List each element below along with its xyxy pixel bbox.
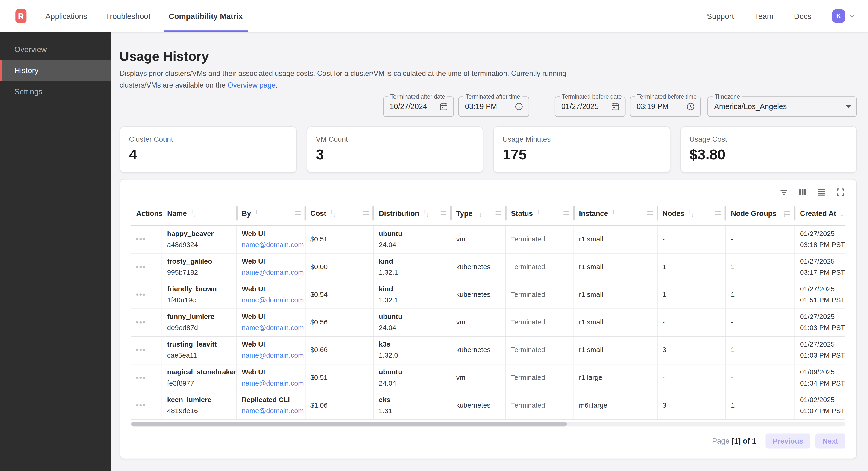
ellipsis-menu-icon[interactable] [136,294,161,295]
timezone-select[interactable]: Timezone America/Los_Angeles [707,96,857,117]
column-header-type[interactable]: Type ↑↓ [451,201,506,225]
ellipsis-menu-icon[interactable] [136,404,161,406]
status-badge: Terminated [511,235,574,243]
fullscreen-icon[interactable] [835,187,845,197]
created-by-email-link[interactable]: name@domain.com [242,241,305,248]
created-by-email-link[interactable]: name@domain.com [242,351,305,359]
created-by-email-link[interactable]: name@domain.com [242,324,305,332]
node-groups-value: - [731,374,795,382]
cell-actions [131,254,162,281]
density-icon[interactable] [817,187,827,197]
column-header-created-at[interactable]: Created At ↓ [795,201,845,225]
app-logo[interactable]: R [16,9,27,23]
column-resize-handle[interactable] [496,211,501,215]
cell-created-at: 01/27/2025 01:51 PM PST [795,281,845,308]
ellipsis-menu-icon[interactable] [136,266,161,268]
distribution-version: 24.04 [379,324,451,332]
account-menu[interactable]: K [832,9,856,23]
sidebar-item-overview[interactable]: Overview [0,39,111,60]
column-header-by[interactable]: By ↑↓ [237,201,305,225]
column-resize-handle[interactable] [647,211,652,215]
terminated-before-time-input[interactable]: Terminated before time 03:19 PM [630,96,701,117]
table-row: trusting_leavitt cae5ea11 Web UI name@do… [131,336,845,364]
cell-type: kubernetes [451,281,506,308]
cell-nodes: - [657,364,726,391]
table-body: happy_beaver a48d9324 Web UI name@domain… [131,226,845,419]
sidebar-item-history[interactable]: History [0,60,111,81]
cell-type: vm [451,226,506,253]
columns-icon[interactable] [798,187,808,197]
cluster-name: trusting_leavitt [167,341,236,349]
input-label: Terminated before time [635,93,699,100]
column-resize-handle[interactable] [784,211,790,215]
clock-icon[interactable] [686,101,695,111]
cluster-id: fe3f8977 [167,379,236,387]
nav-link-team[interactable]: Team [754,11,773,20]
cell-cost: $1.06 [305,392,374,419]
table-row: magical_stonebraker fe3f8977 Web UI name… [131,364,845,392]
cell-nodes: 1 [657,281,726,308]
nav-link-support[interactable]: Support [707,11,734,20]
column-resize-handle[interactable] [363,211,369,215]
column-resize-handle[interactable] [563,211,569,215]
column-header-name[interactable]: Name ↑↓ [162,201,237,225]
ellipsis-menu-icon[interactable] [136,238,161,240]
cell-actions [131,226,162,253]
cell-cost: $0.54 [305,281,374,308]
ellipsis-menu-icon[interactable] [136,349,161,351]
chevron-down-icon[interactable] [846,105,851,108]
calendar-icon[interactable] [439,101,448,111]
cell-type: kubernetes [451,336,506,364]
cell-created-at: 01/27/2025 03:18 PM PST [795,226,845,253]
next-page-button[interactable]: Next [815,434,845,448]
chevron-down-icon[interactable] [848,12,856,20]
nav-link-docs[interactable]: Docs [794,11,812,20]
terminated-after-date-input[interactable]: Terminated after date 10/27/2024 [383,96,454,117]
sidebar-item-settings[interactable]: Settings [0,81,111,102]
clock-icon[interactable] [514,101,524,111]
cluster-name: funny_lumiere [167,313,236,321]
cell-instance: r1.small [574,309,657,336]
column-header-cost[interactable]: Cost ↑↓ [305,201,374,225]
calendar-icon[interactable] [611,101,620,111]
scrollbar-thumb[interactable] [131,422,567,426]
column-header-nodes[interactable]: Nodes ↑↓ [657,201,726,225]
tab-compatibility-matrix[interactable]: Compatibility Matrix [168,0,243,32]
terminated-before-date-input[interactable]: Terminated before date 01/27/2025 [555,96,626,117]
stat-value: 3 [316,147,474,161]
column-resize-handle[interactable] [441,211,446,215]
status-badge: Terminated [511,402,574,410]
column-header-node-groups[interactable]: Node Groups ↑↓ [726,201,795,225]
column-header-instance[interactable]: Instance ↑↓ [574,201,657,225]
tab-troubleshoot[interactable]: Troubleshoot [105,0,150,32]
previous-page-button[interactable]: Previous [766,434,810,448]
cell-status: Terminated [506,254,574,281]
cell-node-groups: 1 [726,281,795,308]
column-resize-handle[interactable] [715,211,721,215]
created-by-email-link[interactable]: name@domain.com [242,268,305,276]
stat-label: Usage Minutes [503,135,661,143]
ellipsis-menu-icon[interactable] [136,377,161,379]
filter-icon[interactable] [779,187,789,197]
horizontal-scrollbar[interactable] [131,422,845,426]
ellipsis-menu-icon[interactable] [136,321,161,323]
terminated-after-time-input[interactable]: Terminated after time 03:19 PM [458,96,529,117]
column-header-label: Distribution [379,209,419,217]
created-by-email-link[interactable]: name@domain.com [242,296,305,304]
column-header-status[interactable]: Status ↑↓ [506,201,574,225]
column-header-label: Node Groups [731,209,777,217]
column-header-distribution[interactable]: Distribution ↑↓ [374,201,451,225]
created-by-email-link[interactable]: name@domain.com [242,379,305,387]
secondary-nav: Support Team Docs K [707,9,856,23]
overview-page-link[interactable]: Overview page [227,81,276,89]
created-by-email-link[interactable]: name@domain.com [242,407,305,415]
instance-value: r1.large [579,374,657,382]
cell-by: Web UI name@domain.com [237,336,306,364]
created-by-source: Replicated CLI [242,396,305,404]
avatar[interactable]: K [832,9,845,23]
page-title: Usage History [120,49,857,64]
cluster-id: 995b7182 [167,268,236,276]
tab-applications[interactable]: Applications [45,0,87,32]
cell-actions [131,281,162,308]
column-resize-handle[interactable] [295,211,300,215]
